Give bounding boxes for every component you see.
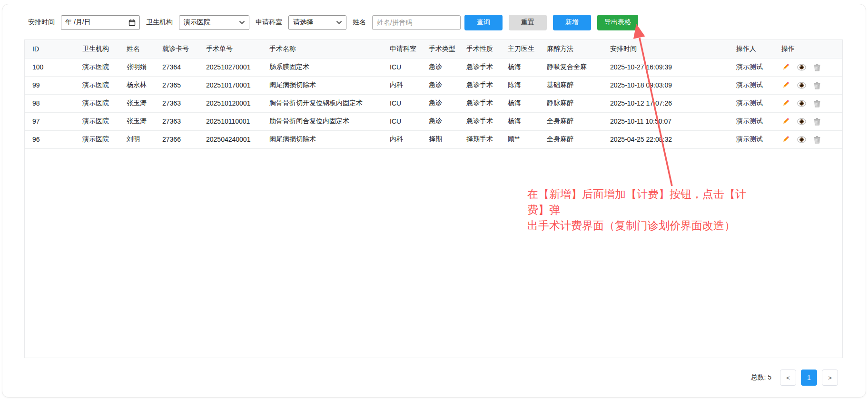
cell-org: 演示医院 bbox=[75, 76, 119, 94]
next-page-button[interactable]: > bbox=[822, 370, 838, 386]
export-button[interactable]: 导出表格 bbox=[597, 15, 638, 30]
table-row: 100 演示医院 张明娟 27364 202510270001 肠系膜固定术 I… bbox=[25, 58, 842, 76]
delete-trash-icon[interactable] bbox=[813, 81, 821, 89]
edit-pencil-icon[interactable] bbox=[781, 117, 790, 126]
col-header-actions: 操作 bbox=[774, 40, 842, 58]
cell-type: 急诊 bbox=[421, 94, 459, 112]
cell-order-no: 202510170001 bbox=[198, 76, 262, 94]
cell-card-no: 27365 bbox=[155, 76, 198, 94]
table-row: 99 演示医院 杨永林 27365 202510170001 阑尾病损切除术 内… bbox=[25, 76, 842, 94]
cell-actions bbox=[774, 112, 842, 130]
delete-trash-icon[interactable] bbox=[813, 63, 821, 71]
cell-order-no: 202504240001 bbox=[198, 130, 262, 148]
cell-nature: 急诊手术 bbox=[459, 112, 500, 130]
chevron-down-icon bbox=[239, 21, 245, 24]
cell-card-no: 27363 bbox=[155, 94, 198, 112]
date-filter-label: 安排时间 bbox=[28, 18, 55, 27]
cell-card-no: 27363 bbox=[155, 112, 198, 130]
date-input[interactable]: 年 /月/日 bbox=[61, 15, 140, 30]
prev-page-button[interactable]: < bbox=[780, 370, 796, 386]
col-header-anesthesia: 麻醉方法 bbox=[539, 40, 602, 58]
delete-trash-icon[interactable] bbox=[813, 117, 821, 126]
name-filter-label: 姓名 bbox=[353, 18, 366, 27]
add-button[interactable]: 新增 bbox=[553, 15, 591, 30]
delete-trash-icon[interactable] bbox=[813, 136, 821, 144]
delete-trash-icon[interactable] bbox=[813, 99, 821, 107]
cell-anesthesia: 静脉麻醉 bbox=[539, 94, 602, 112]
cell-id: 97 bbox=[25, 112, 75, 130]
cell-name: 张明娟 bbox=[119, 58, 155, 76]
cell-surgeon: 杨海 bbox=[500, 112, 539, 130]
cell-operator: 演示测试 bbox=[729, 58, 774, 76]
col-header-time: 安排时间 bbox=[602, 40, 729, 58]
total-count-value: 5 bbox=[768, 373, 771, 381]
table-row: 96 演示医院 刘明 27366 202504240001 阑尾病损切除术 内科… bbox=[25, 130, 842, 148]
view-eye-icon[interactable] bbox=[797, 136, 806, 143]
table-row: 98 演示医院 张玉涛 27363 202510120001 胸骨骨折切开复位钢… bbox=[25, 94, 842, 112]
cell-surgery: 胸骨骨折切开复位钢板内固定术 bbox=[262, 94, 382, 112]
cell-id: 96 bbox=[25, 130, 75, 148]
col-header-card-no: 就诊卡号 bbox=[155, 40, 198, 58]
cell-org: 演示医院 bbox=[75, 112, 119, 130]
date-input-placeholder: 年 /月/日 bbox=[65, 18, 126, 27]
edit-pencil-icon[interactable] bbox=[781, 81, 790, 89]
cell-dept: 内科 bbox=[382, 130, 421, 148]
chevron-down-icon bbox=[336, 21, 342, 24]
cell-operator: 演示测试 bbox=[729, 76, 774, 94]
page-1-button[interactable]: 1 bbox=[801, 370, 817, 386]
cell-time: 2025-04-25 22:08:32 bbox=[602, 130, 729, 148]
col-header-order-no: 手术单号 bbox=[198, 40, 262, 58]
cell-actions bbox=[774, 130, 842, 148]
cell-actions bbox=[774, 76, 842, 94]
cell-actions bbox=[774, 94, 842, 112]
cell-surgery: 阑尾病损切除术 bbox=[262, 76, 382, 94]
cell-dept: ICU bbox=[382, 94, 421, 112]
dept-filter-label: 申请科室 bbox=[256, 18, 282, 27]
surgery-table: ID 卫生机构 姓名 就诊卡号 手术单号 手术名称 申请科室 手术类型 手术性质… bbox=[25, 40, 842, 149]
cell-time: 2025-10-18 09:03:09 bbox=[602, 76, 729, 94]
col-header-nature: 手术性质 bbox=[459, 40, 500, 58]
cell-time: 2025-10-11 10:50:07 bbox=[602, 112, 729, 130]
col-header-org: 卫生机构 bbox=[75, 40, 119, 58]
cell-type: 急诊 bbox=[421, 76, 459, 94]
cell-org: 演示医院 bbox=[75, 130, 119, 148]
cell-nature: 急诊手术 bbox=[459, 94, 500, 112]
cell-anesthesia: 基础麻醉 bbox=[539, 76, 602, 94]
cell-id: 99 bbox=[25, 76, 75, 94]
cell-name: 张玉涛 bbox=[119, 94, 155, 112]
view-eye-icon[interactable] bbox=[797, 82, 806, 89]
org-select-value: 演示医院 bbox=[184, 18, 236, 27]
query-button[interactable]: 查询 bbox=[464, 15, 503, 30]
cell-org: 演示医院 bbox=[75, 58, 119, 76]
edit-pencil-icon[interactable] bbox=[781, 99, 790, 107]
edit-pencil-icon[interactable] bbox=[781, 135, 790, 144]
col-header-type: 手术类型 bbox=[421, 40, 459, 58]
view-eye-icon[interactable] bbox=[797, 100, 806, 107]
col-header-surgeon: 主刀医生 bbox=[500, 40, 539, 58]
org-select[interactable]: 演示医院 bbox=[179, 15, 249, 30]
cell-surgery: 肠系膜固定术 bbox=[262, 58, 382, 76]
cell-operator: 演示测试 bbox=[729, 112, 774, 130]
cell-name: 杨永林 bbox=[119, 76, 155, 94]
cell-name: 张玉涛 bbox=[119, 112, 155, 130]
dept-select-value: 请选择 bbox=[293, 18, 333, 27]
cell-surgery: 肋骨骨折闭合复位内固定术 bbox=[262, 112, 382, 130]
name-input[interactable] bbox=[372, 15, 461, 30]
cell-time: 2025-10-12 17:07:26 bbox=[602, 94, 729, 112]
cell-type: 择期 bbox=[421, 130, 459, 148]
cell-type: 急诊 bbox=[421, 58, 459, 76]
view-eye-icon[interactable] bbox=[797, 118, 806, 125]
dept-select[interactable]: 请选择 bbox=[288, 15, 346, 30]
cell-anesthesia: 全身麻醉 bbox=[539, 112, 602, 130]
filter-toolbar: 安排时间 年 /月/日 卫生机构 演示医院 申请科室 请选择 姓名 查询 重置 … bbox=[28, 14, 840, 31]
edit-pencil-icon[interactable] bbox=[781, 63, 790, 71]
cell-surgery: 阑尾病损切除术 bbox=[262, 130, 382, 148]
table-header-row: ID 卫生机构 姓名 就诊卡号 手术单号 手术名称 申请科室 手术类型 手术性质… bbox=[25, 40, 842, 58]
reset-button[interactable]: 重置 bbox=[509, 15, 547, 30]
cell-operator: 演示测试 bbox=[729, 94, 774, 112]
cell-order-no: 202510270001 bbox=[198, 58, 262, 76]
annotation-line-2: 出手术计费界面（复制门诊划价界面改造） bbox=[527, 218, 751, 234]
view-eye-icon[interactable] bbox=[797, 64, 806, 71]
cell-surgeon: 杨海 bbox=[500, 58, 539, 76]
calendar-icon[interactable] bbox=[128, 19, 136, 26]
